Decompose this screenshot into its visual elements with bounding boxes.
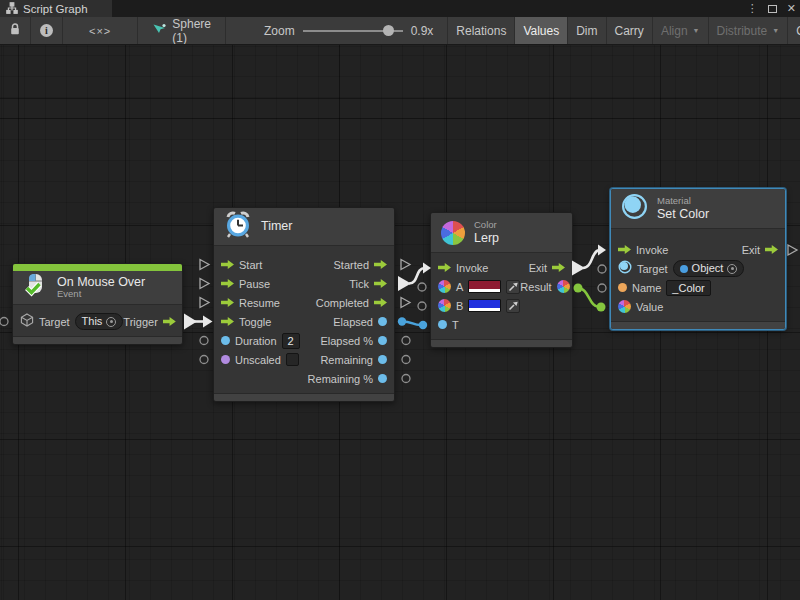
tab-script-graph[interactable]: Script Graph	[0, 0, 112, 17]
color-port-value[interactable]	[618, 300, 631, 313]
port-marker-remaining[interactable]	[402, 356, 410, 364]
node-footer[interactable]	[611, 321, 785, 329]
wire-exit-invoke[interactable]	[583, 250, 600, 268]
node-header[interactable]: Material Set Color	[611, 189, 785, 229]
duration-input[interactable]: 2	[282, 333, 300, 349]
color-swatch-b[interactable]	[468, 299, 501, 312]
flow-port-trigger[interactable]	[163, 316, 176, 327]
port-marker-remaining-pct[interactable]	[402, 375, 410, 383]
port-marker-setname[interactable]	[598, 284, 606, 292]
port-marker-started[interactable]	[401, 260, 410, 270]
color-port-result[interactable]	[557, 280, 570, 293]
node-footer[interactable]	[431, 339, 572, 347]
color-port-a[interactable]	[438, 280, 451, 293]
port-marker-b[interactable]	[418, 302, 426, 310]
port-marker-setexit[interactable]	[788, 245, 797, 255]
flow-port-pause[interactable]	[221, 278, 234, 289]
port-marker-completed[interactable]	[401, 298, 410, 308]
port-marker-duration[interactable]	[200, 337, 208, 345]
float-port-elapsed[interactable]	[378, 317, 387, 326]
port-marker-result-connected[interactable]	[574, 284, 583, 293]
port-marker-settarget[interactable]	[598, 265, 606, 273]
wire-result-value[interactable]	[578, 288, 599, 307]
node-header[interactable]: On Mouse Over Event	[13, 271, 182, 305]
material-sphere-icon	[621, 193, 648, 224]
object-picker-icon[interactable]	[727, 264, 737, 274]
target-object-pill[interactable]: Object	[673, 260, 745, 277]
float-port-t[interactable]	[438, 320, 447, 329]
toolbar-button-values[interactable]: Values	[515, 17, 568, 44]
node-footer[interactable]	[13, 336, 182, 344]
node-header[interactable]: Color Lerp	[431, 213, 572, 253]
wire-tick-invoke[interactable]	[409, 268, 425, 284]
eyedropper-button[interactable]	[506, 280, 520, 294]
object-picker-icon[interactable]	[106, 317, 116, 327]
flow-port-start[interactable]	[221, 259, 234, 270]
port-marker-trigger-connected[interactable]	[184, 314, 197, 330]
flow-port-exit[interactable]	[552, 262, 565, 273]
port-marker-t-connected[interactable]	[419, 321, 427, 329]
target-value-pill[interactable]: This	[75, 313, 124, 330]
flow-port-toggle[interactable]	[221, 316, 234, 327]
color-port-b[interactable]	[438, 299, 451, 312]
float-port-duration[interactable]	[221, 336, 230, 345]
port-marker-elapsed-pct[interactable]	[402, 337, 410, 345]
zoom-slider-handle[interactable]	[383, 25, 394, 36]
node-on-mouse-over[interactable]: On Mouse Over Event Target This	[12, 263, 183, 345]
name-input[interactable]: _Color	[666, 280, 710, 296]
float-port-remaining[interactable]	[378, 355, 387, 364]
window-close-icon[interactable]: ✕	[787, 3, 796, 14]
port-marker-start[interactable]	[200, 260, 209, 270]
float-port-remaining-pct[interactable]	[378, 374, 387, 383]
node-set-color[interactable]: Material Set Color Invoke Exit Target	[610, 188, 786, 330]
port-marker-exit-connected[interactable]	[572, 261, 585, 276]
port-marker-value-connected[interactable]	[597, 303, 606, 312]
port-row: Remaining %	[214, 369, 394, 388]
window-menu-icon[interactable]: ⋮	[747, 3, 758, 14]
toolbar-button-carry[interactable]: Carry	[607, 17, 653, 44]
color-swatch-a[interactable]	[468, 280, 501, 293]
port-marker-target[interactable]	[0, 318, 8, 326]
port-row: Duration2 Elapsed %	[214, 331, 394, 350]
window-maximize-icon[interactable]	[768, 5, 777, 13]
toolbar-button-distribute[interactable]: Distribute▼	[709, 17, 789, 44]
lock-button[interactable]	[0, 17, 31, 44]
flow-port-invoke[interactable]	[618, 244, 631, 255]
flow-port-exit[interactable]	[765, 244, 778, 255]
toolbar-button-relations[interactable]: Relations	[447, 17, 515, 44]
boolean-port-unscaled[interactable]	[221, 355, 230, 364]
node-header[interactable]: Timer	[214, 208, 394, 246]
node-timer[interactable]: Timer Start Started Pause Tick Resume Co…	[213, 207, 395, 402]
flow-port-resume[interactable]	[221, 297, 234, 308]
flow-port-completed[interactable]	[374, 297, 387, 308]
flow-port-started[interactable]	[374, 259, 387, 270]
node-footer[interactable]	[214, 393, 394, 401]
port-marker-resume[interactable]	[200, 298, 209, 308]
wire-elapsed-t[interactable]	[402, 322, 421, 326]
float-port-elapsed-pct[interactable]	[378, 336, 387, 345]
flow-port-invoke[interactable]	[438, 262, 451, 273]
string-port-name[interactable]	[618, 283, 627, 292]
port-marker-unscaled[interactable]	[200, 356, 208, 364]
node-category: Color	[474, 220, 499, 231]
node-color-lerp[interactable]: Color Lerp Invoke Exit A Result	[430, 212, 573, 348]
eyedropper-button[interactable]	[506, 299, 520, 313]
material-port-target[interactable]	[618, 260, 632, 278]
unscaled-checkbox[interactable]	[286, 353, 299, 366]
toolbar-button-dim[interactable]: Dim	[568, 17, 606, 44]
port-marker-tick-connected[interactable]	[398, 276, 411, 291]
port-marker-pause[interactable]	[200, 279, 209, 289]
graph-canvas[interactable]: On Mouse Over Event Target This	[0, 45, 800, 600]
toolbar-button-overview[interactable]: Overview	[788, 17, 800, 44]
flow-port-tick[interactable]	[374, 278, 387, 289]
port-marker-elapsed-connected[interactable]	[398, 317, 406, 325]
port-marker-a[interactable]	[418, 283, 426, 291]
code-view-button[interactable]: <×>	[63, 17, 138, 44]
selection-context[interactable]: Sphere (1)	[138, 17, 226, 44]
zoom-slider[interactable]	[303, 24, 403, 38]
toolbar-button-align[interactable]: Align▼	[653, 17, 709, 44]
mouse-over-event-icon	[23, 273, 48, 302]
timer-clock-icon	[224, 211, 252, 243]
info-button[interactable]: i	[31, 17, 63, 44]
node-title: Lerp	[474, 231, 499, 245]
